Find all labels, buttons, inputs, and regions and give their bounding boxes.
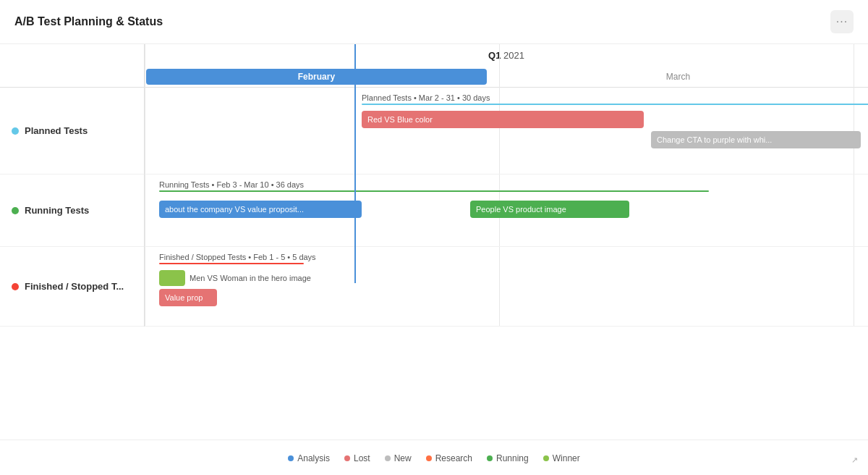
gantt-row-running: Running Tests • Feb 3 - Mar 10 • 36 days… (145, 175, 868, 247)
today-line (354, 44, 356, 283)
timeline-header: Q1 2021 February March (145, 44, 868, 88)
winner-dot (543, 455, 549, 461)
more-options-button[interactable]: ··· (830, 10, 854, 33)
gantt-wrapper: Planned Tests Running Tests Finished / S… (0, 44, 868, 440)
legend-lost: Lost (344, 453, 370, 463)
legend-new: New (385, 453, 412, 463)
bar-value-prop[interactable]: Value prop (159, 289, 217, 306)
winner-label: Winner (553, 453, 580, 463)
running-legend-dot (487, 455, 493, 461)
research-dot (426, 455, 432, 461)
month-bars: February March (145, 67, 868, 87)
gantt-container: Planned Tests Running Tests Finished / S… (0, 44, 868, 327)
running-info-label: Running Tests • Feb 3 - Mar 10 • 36 days (159, 180, 304, 189)
planned-info-label: Planned Tests • Mar 2 - 31 • 30 days (362, 93, 490, 102)
bar-men-woman-wrapper: Men VS Woman in the hero image (159, 270, 311, 286)
new-label: New (394, 453, 412, 463)
bar-red-blue[interactable]: Red VS Blue color (362, 111, 644, 128)
gantt-main: Q1 2021 February March Planned Tests • M… (145, 44, 868, 327)
finished-underline (159, 263, 304, 264)
gantt-row-planned: Planned Tests • Mar 2 - 31 • 30 days Red… (145, 88, 868, 175)
page-title: A/B Test Planning & Status (14, 15, 163, 28)
legend: Analysis Lost New Research Running Winne… (0, 440, 868, 475)
analysis-label: Analysis (297, 453, 330, 463)
legend-research: Research (426, 453, 472, 463)
feb-bar: February (146, 69, 487, 85)
mar-bar: March (490, 69, 867, 85)
sidebar-row-running: Running Tests (0, 175, 144, 247)
app-header: A/B Test Planning & Status ··· (0, 0, 868, 44)
quarter-label: Q1 2021 (488, 50, 524, 61)
planned-label: Planned Tests (25, 125, 88, 136)
bar-company-value[interactable]: about the company VS value proposit... (159, 201, 362, 218)
running-dot (12, 207, 19, 214)
legend-analysis: Analysis (288, 453, 330, 463)
bar-men-woman-icon[interactable] (159, 270, 185, 286)
planned-dot (12, 127, 19, 135)
bar-change-cta[interactable]: Change CTA to purple with whi... (651, 131, 861, 148)
bar-men-woman-label: Men VS Woman in the hero image (190, 274, 311, 282)
sidebar-row-finished: Finished / Stopped T... (0, 247, 144, 327)
bar-people-product[interactable]: People VS product image (470, 201, 629, 218)
finished-info-label: Finished / Stopped Tests • Feb 1 - 5 • 5… (159, 253, 316, 261)
running-label: Running Tests (25, 205, 89, 216)
planned-underline (362, 104, 868, 105)
finished-dot (12, 283, 19, 290)
sidebar-header-empty (0, 44, 144, 88)
legend-winner: Winner (543, 453, 580, 463)
research-label: Research (435, 453, 472, 463)
running-underline (159, 190, 709, 192)
legend-running: Running (487, 453, 529, 463)
sidebar-row-planned: Planned Tests (0, 88, 144, 175)
analysis-dot (288, 455, 294, 461)
finished-label: Finished / Stopped T... (25, 281, 124, 292)
new-dot (385, 455, 391, 461)
watermark: ↗ (851, 455, 858, 465)
running-legend-label: Running (496, 453, 529, 463)
lost-label: Lost (354, 453, 370, 463)
gantt-row-finished: Finished / Stopped Tests • Feb 1 - 5 • 5… (145, 247, 868, 327)
gantt-sidebar: Planned Tests Running Tests Finished / S… (0, 44, 145, 327)
lost-dot (344, 455, 350, 461)
